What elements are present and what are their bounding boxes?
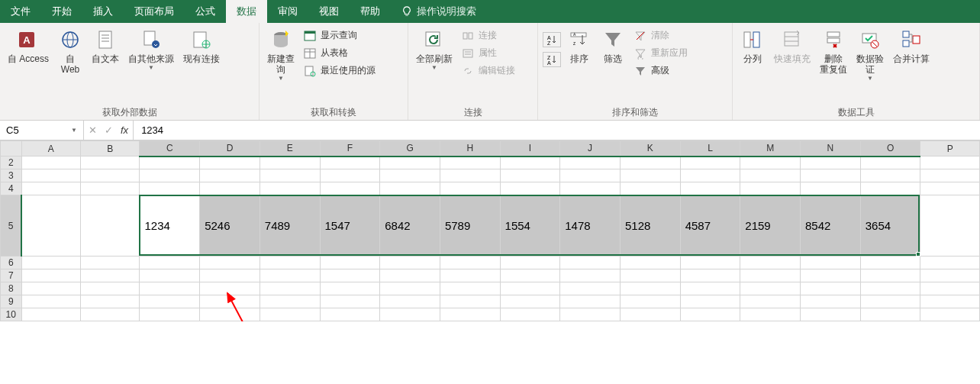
cell-E10[interactable] [260,308,320,321]
col-header-G[interactable]: G [380,141,440,157]
cell-C4[interactable] [140,182,200,195]
cell-O8[interactable] [860,282,920,295]
sort-button[interactable]: AZ 排序 [564,26,595,66]
cell-P4[interactable] [920,182,980,195]
cell-A2[interactable] [21,157,80,169]
cell-J9[interactable] [560,295,621,308]
cell-J5[interactable]: 1478 [560,195,621,257]
cell-K4[interactable] [620,182,680,195]
cell-B4[interactable] [80,182,139,195]
cell-D9[interactable] [200,295,260,308]
cell-B10[interactable] [80,308,139,321]
cell-H2[interactable] [440,157,500,169]
cell-E8[interactable] [260,282,320,295]
from-access-button[interactable]: A 自 Access [5,26,52,66]
col-header-D[interactable]: D [200,141,260,157]
cell-I6[interactable] [500,257,560,269]
from-other-button[interactable]: 自其他来源 ▼ [125,26,177,73]
col-header-A[interactable]: A [21,141,80,157]
sort-desc-button[interactable]: ZA [543,52,561,67]
row-header-2[interactable]: 2 [1,157,22,169]
col-header-I[interactable]: I [500,141,560,157]
col-header-M[interactable]: M [740,141,801,157]
cell-F2[interactable] [320,157,380,169]
tab-page-layout[interactable]: 页面布局 [124,0,185,23]
advanced-filter-button[interactable]: 高级 [631,63,691,79]
cell-O9[interactable] [860,295,920,308]
consolidate-button[interactable]: 合并计算 [890,26,933,66]
cell-J8[interactable] [560,282,621,295]
cell-L10[interactable] [680,308,740,321]
cell-L5[interactable]: 4587 [680,195,740,257]
cell-I5[interactable]: 1554 [500,195,560,257]
tell-me-search[interactable]: 操作说明搜索 [391,0,487,23]
cell-C5[interactable]: 1234 [140,195,200,257]
cell-A8[interactable] [21,282,80,295]
cell-D5[interactable]: 5246 [200,195,260,257]
connections-button[interactable]: 连接 [459,27,518,44]
col-header-K[interactable]: K [620,141,680,157]
cell-I7[interactable] [500,269,560,282]
cell-N10[interactable] [801,308,861,321]
col-header-H[interactable]: H [440,141,500,157]
cell-M6[interactable] [740,257,801,269]
cell-P8[interactable] [920,282,980,295]
tab-data[interactable]: 数据 [226,0,267,23]
cell-N5[interactable]: 8542 [801,195,861,257]
cell-F6[interactable] [320,257,380,269]
cell-K6[interactable] [620,257,680,269]
cell-L6[interactable] [680,257,740,269]
cell-F3[interactable] [320,169,380,182]
edit-links-button[interactable]: 编辑链接 [459,63,518,79]
cell-J2[interactable] [560,157,621,169]
cell-M4[interactable] [740,182,801,195]
cell-K8[interactable] [620,282,680,295]
col-header-C[interactable]: C [140,141,200,157]
cell-F9[interactable] [320,295,380,308]
cell-L3[interactable] [680,169,740,182]
tab-file[interactable]: 文件 [0,0,41,23]
cell-D8[interactable] [200,282,260,295]
cell-A9[interactable] [21,295,80,308]
cell-K10[interactable] [620,308,680,321]
cell-O6[interactable] [860,257,920,269]
cell-C6[interactable] [140,257,200,269]
cell-A10[interactable] [21,308,80,321]
cell-I8[interactable] [500,282,560,295]
cell-C8[interactable] [140,282,200,295]
tab-view[interactable]: 视图 [308,0,350,23]
existing-connections-button[interactable]: 现有连接 [180,26,223,66]
cell-C9[interactable] [140,295,200,308]
cell-H5[interactable]: 5789 [440,195,500,257]
cell-G9[interactable] [380,295,440,308]
show-query-button[interactable]: 显示查询 [301,27,379,44]
row-header-5[interactable]: 5 [1,195,22,257]
cell-I10[interactable] [500,308,560,321]
cell-C7[interactable] [140,269,200,282]
cells-grid[interactable]: ABCDEFGHIJKLMNOP 23451234524674891547684… [0,140,980,321]
data-validation-button[interactable]: 数据验 证 ▼ [853,26,887,83]
cell-F4[interactable] [320,182,380,195]
cell-P6[interactable] [920,257,980,269]
cell-J3[interactable] [560,169,621,182]
row-header-4[interactable]: 4 [1,182,22,195]
cell-K2[interactable] [620,157,680,169]
cell-L9[interactable] [680,295,740,308]
clear-filter-button[interactable]: 清除 [631,27,691,44]
cell-J6[interactable] [560,257,621,269]
col-header-P[interactable]: P [920,141,980,157]
cell-H3[interactable] [440,169,500,182]
cell-N6[interactable] [801,257,861,269]
tab-help[interactable]: 帮助 [350,0,391,23]
cell-A7[interactable] [21,269,80,282]
cell-N3[interactable] [801,169,861,182]
cell-H9[interactable] [440,295,500,308]
cell-O10[interactable] [860,308,920,321]
cell-H4[interactable] [440,182,500,195]
cell-E3[interactable] [260,169,320,182]
cell-G3[interactable] [380,169,440,182]
cell-D7[interactable] [200,269,260,282]
cell-D10[interactable] [200,308,260,321]
cell-N9[interactable] [801,295,861,308]
cancel-icon[interactable]: ✕ [89,124,97,136]
